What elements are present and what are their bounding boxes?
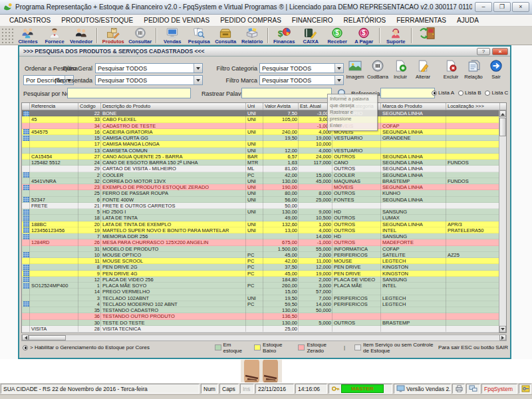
table-row[interactable]: 23EXEMPLO DE PRODUTO ESTOQUE ZERADOUNI19… (22, 184, 506, 190)
table-row[interactable]: 45457516CADEIRA GIRATORIAUNI240,004,000M… (22, 129, 506, 135)
column-header-valor-avista[interactable]: Valor Avista (263, 103, 299, 110)
toolbar-button-caixa[interactable]: CAIXA (297, 27, 324, 45)
filtro-geral-select[interactable]: Pesquisar TODOS (95, 63, 203, 73)
table-row[interactable]: 36TESTANDO OUTRO PRODUTO136,50 (22, 313, 506, 319)
stock-color-toggle[interactable]: > Habilitar o Gerenciamento do Estoque p… (23, 344, 205, 350)
table-row[interactable]: 1284RD26MESA PARA CHURRASCO 125X200 ANGE… (22, 239, 506, 245)
column-header-icon[interactable] (22, 103, 30, 110)
table-row[interactable]: 4533CABO FLEXELUNI105,003,000 (22, 116, 506, 122)
table-row[interactable]: 2COOLERPC42,0015,000COOLERSEGUNDA LINHA (22, 172, 506, 178)
panel-help-button[interactable]: ? (477, 48, 490, 55)
menu-item-financeiro[interactable]: FINANCEIRO (287, 15, 338, 26)
table-row[interactable]: 30TESTE DO TESTE130,005,000OUTROSBRASTEM… (22, 320, 506, 326)
toolbar-button-clientes[interactable]: Clientes (15, 27, 41, 45)
column-header-descri-o-do-produto[interactable]: Descrição do Produto (101, 103, 246, 110)
table-row[interactable]: 10MOUSE OPTICOPC45,002,000PERIFERICOSSAT… (22, 252, 506, 258)
menu-item-pedido-de-vendas[interactable]: PEDIDO DE VENDAS (138, 15, 215, 26)
menu-item-pedido-compras[interactable]: PEDIDO COMPRAS (215, 15, 287, 26)
filtro-marca-select[interactable]: Pesquisar TODOS (259, 75, 344, 85)
toolbar-button-fornece[interactable]: Fornece (41, 27, 68, 45)
table-row[interactable]: 35TESTANDO CADASTRO130,0050,000 (22, 307, 506, 313)
toolbar-button-financas[interactable]: $Financas (271, 27, 297, 45)
vertical-scrollbar[interactable] (499, 110, 506, 332)
table-row[interactable]: 13CAMISETA COMUNUNI12,004,000VESTUARIO (22, 148, 506, 154)
table-row[interactable]: 4541VNRA32CORREA DO MOTOR 13VXUNI130,004… (22, 178, 506, 184)
incluir-button[interactable]: Incluir (389, 60, 412, 80)
table-row[interactable]: 7MEMORIA DDR 25614,000HDSANSUNG (22, 233, 506, 239)
imagem-button[interactable]: Imagem (344, 60, 366, 80)
restore-button[interactable]: ❐ (493, 2, 511, 12)
representada-select[interactable]: Pesquisar TODOS (95, 75, 203, 85)
scroll-down-button[interactable] (499, 326, 506, 332)
table-row[interactable]: 18LATA DE TINTA49,0010,500OUTROSLUMAX (22, 215, 506, 221)
radio-lista-b[interactable]: Lista B (458, 90, 481, 96)
table-row[interactable]: 17CAMISA MANGA LONGAUNI10,000 (22, 141, 506, 147)
table-row[interactable]: 11MOUSE SCROOLPC42,0011,000MOUSELEGTECH (22, 258, 506, 264)
toolbar-button-receber[interactable]: $Receber (324, 27, 350, 45)
rela-o-button[interactable]: Relação (462, 60, 485, 80)
table-row[interactable]: 4TECLADO MODERNO 102 ABNTPC59,5014,000PE… (22, 301, 506, 307)
scroll-up-button[interactable] (499, 110, 506, 117)
sair-button[interactable]: Sair (485, 60, 507, 80)
referencia-input[interactable] (380, 88, 435, 98)
radio-lista-c[interactable]: Lista C (485, 90, 508, 96)
table-row[interactable]: 14PREGO VERMELHO15,0057,000 (22, 289, 506, 295)
table-row[interactable]: FRETE21FRETE E OUTROS CARRETOS50,00 (22, 203, 506, 209)
radio-lista-a[interactable]: Lista A (432, 90, 454, 96)
table-row[interactable]: 34CADASTRO DE TESTE-1,000MÓVEISCOFAP (22, 123, 506, 129)
toolbar-button-produtos[interactable]: Produtos (100, 27, 126, 45)
table-row[interactable]: 25FERRO DE PASSAR ROUPAUNI80,008,000OUTR… (22, 190, 506, 196)
column-header-uni[interactable]: Uni (246, 103, 263, 110)
column-header-referencia[interactable]: Referencia (30, 103, 78, 110)
toolbar-button-relat-rio[interactable]: Relatório (239, 27, 265, 45)
table-cell: 2,000 (299, 252, 332, 258)
vertical-scroll-thumb[interactable] (499, 118, 506, 136)
excluir-button[interactable]: Excluir (440, 60, 462, 80)
track-words-input[interactable] (241, 88, 332, 98)
menu-item-relat-rios[interactable]: RELATÓRIOS (338, 15, 392, 26)
column-header-marca-do-produto[interactable]: Marca do Produto (381, 103, 446, 110)
table-row[interactable]: 3TECLADO 102ABNTUNI19,507,000PERIFERICOS… (22, 295, 506, 301)
panel-close-button[interactable]: × (492, 48, 508, 55)
toolbar-button-pesquisa[interactable]: Pesquisa (186, 27, 212, 45)
close-button[interactable]: × (512, 2, 529, 12)
table-row[interactable]: 8PEN DRIVE 2GPC37,5012,000PEN DRIVEKINGS… (22, 264, 506, 270)
scroll-right-button[interactable] (499, 334, 506, 340)
table-row[interactable]: 125482 551224CANO DE ESGOTO BARRA 150 2ª… (22, 160, 506, 166)
menu-item-cadastros[interactable]: CADASTROS (4, 15, 56, 26)
menu-item-produtos-estoque[interactable]: PRODUTOS/ESTOQUE (56, 15, 138, 26)
table-row[interactable]: VISITA28VISITA TECNICA25,00 (22, 326, 506, 332)
scroll-left-button[interactable] (22, 334, 29, 340)
table-row[interactable]: CA1545427CANO AGUA QUENTE 25 - BARRABAR6… (22, 154, 506, 160)
search-name-input[interactable] (67, 88, 191, 98)
menu-item-ferramentas[interactable]: FERRAMENTAS (391, 15, 452, 26)
table-row[interactable]: 12PLACA DE VIDEO 256184,802,000PLACA DE … (22, 277, 506, 283)
table-row[interactable]: 5HD 250G IUNI130,009,000HDSANSUNG (22, 209, 506, 215)
alterar-button[interactable]: Alterar (412, 60, 434, 80)
table-row[interactable]: 15CAMISA CURTA GG19,5019,000VESTUARIOGRA… (22, 135, 506, 141)
table-row[interactable]: 188BC20LATA DE TINTA DE EXEMPLOUNI132,60… (22, 221, 506, 227)
horizontal-scrollbar[interactable] (21, 334, 507, 341)
table-row[interactable]: 12345612345619MARTELO SUPER NOVO E BONIT… (22, 227, 506, 233)
toolbar-button-a-pagar[interactable]: $A Pagar (350, 27, 377, 45)
table-row[interactable]: 31MODELO DE PRODUTO1.500,0055,000INFORMA… (22, 246, 506, 252)
column-header-localiza-o-[interactable]: Localização >>> (446, 103, 500, 110)
toolbar-button-consultar[interactable]: Consultar (126, 27, 154, 45)
table-row[interactable]: 9PEN DRIVE 4GPC45,0019,000PEN DRIVEKINGS… (22, 271, 506, 277)
codbarra-button[interactable]: CodBarra (366, 60, 389, 80)
table-row[interactable]: 523476FONTE 400WUNI56,0025,000FONTESSEGU… (22, 197, 506, 203)
table-row[interactable]: SO12524MP4001PLACA MÃE SOYOPC260,003,000… (22, 283, 506, 289)
toolbar-button-consulta[interactable]: Consulta (212, 27, 239, 45)
toolbar-button-vendas[interactable]: Vendas (159, 27, 186, 45)
table-row[interactable]: 22BONEUNI7,50-3,000VESTUARIOSEGUNDA LINH… (22, 110, 506, 116)
toolbar-button-exit[interactable] (414, 27, 441, 45)
column-header-c-digo[interactable]: Código (78, 103, 101, 110)
filtro-categoria-select[interactable]: Pesquisar TODOS (259, 63, 344, 73)
table-cell (30, 141, 78, 147)
horizontal-scroll-thumb[interactable] (29, 335, 66, 340)
minimize-button[interactable]: – (475, 2, 492, 12)
table-row[interactable]: 29CARTAO DE VISITA - MILHEIROML81,00OUTR… (22, 166, 506, 172)
menu-item-ajuda[interactable]: AJUDA (452, 15, 484, 26)
toolbar-button-suporte[interactable]: Suporte (382, 27, 409, 45)
toolbar-button-vendedor[interactable]: Vendedor (68, 27, 94, 45)
